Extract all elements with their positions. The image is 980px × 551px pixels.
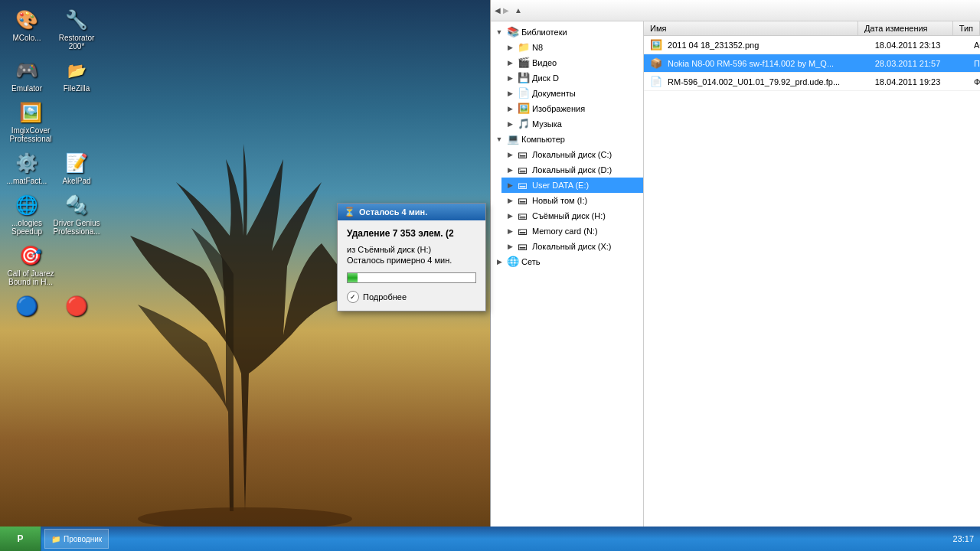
video-icon: 🎬 [518, 57, 530, 69]
file-list-header: Имя Дата изменения Тип [644, 21, 980, 36]
desktop-icon-matfact[interactable]: ⚙️ ...matFact... [4, 151, 50, 185]
taskbar-explorer-btn[interactable]: 📁 Проводник [44, 529, 109, 549]
expand-diskx[interactable]: ▶ [505, 241, 515, 252]
expand-n8[interactable]: ▶ [505, 42, 515, 53]
tree-item-video[interactable]: ▶ 🎬 Видео [501, 55, 643, 70]
expand-userdata[interactable]: ▶ [505, 180, 515, 191]
diskx-icon: 🖴 [518, 240, 530, 253]
desktop-icon-driver-genius[interactable]: 🔩 Driver Genius Professiona... [54, 193, 100, 236]
file-type-2: Файл 'FP [968, 76, 980, 88]
file-row-selected[interactable]: 📦 Nokia N8-00 RM-596 sw-f114.002 by M_Q.… [644, 54, 980, 73]
toolbar-forward[interactable]: ▶ [503, 6, 509, 15]
expand-memcard[interactable]: ▶ [505, 226, 515, 236]
tree-item-userdata[interactable]: ▶ 🖴 User DATA (E:) [501, 178, 643, 193]
file-list-panel: Имя Дата изменения Тип 🖼️ 2011 04 18_231… [644, 21, 980, 551]
desktop-icon-imagix[interactable]: 🖼️ ImgixCover Professional [4, 100, 57, 143]
tree-item-computer[interactable]: ▼ 💻 Компьютер [491, 132, 643, 147]
expand-network[interactable]: ▶ [494, 256, 505, 267]
col-header-date[interactable]: Дата изменения [858, 21, 953, 35]
music-icon: 🎵 [518, 118, 530, 130]
taskbar-explorer-icon: 📁 [51, 535, 60, 543]
desktop-icon-callof[interactable]: 🎯 Call of Juarez Bound in H... [4, 243, 57, 286]
desktop-icon-restorator[interactable]: 🔧 Restorator 200* [54, 8, 100, 51]
tree-item-newvol[interactable]: ▶ 🖴 Новый том (I:) [501, 193, 643, 208]
expand-removable[interactable]: ▶ [505, 210, 515, 221]
memcard-icon: 🖴 [518, 225, 530, 237]
desktop-icon-area: 🎨 MColo... 🔧 Restorator 200* 🎮 Emulator … [4, 8, 100, 320]
file-row-2[interactable]: 📄 RM-596_014.002_U01.01_79.92_prd.ude.fp… [644, 73, 980, 91]
expand-diskd2[interactable]: ▶ [505, 165, 515, 175]
expand-newvol[interactable]: ▶ [505, 195, 515, 206]
expand-images[interactable]: ▶ [505, 103, 515, 114]
diskd2-icon: 🖴 [518, 164, 530, 176]
emulator-icon: 🎮 [15, 58, 39, 83]
mcolor-icon: 🎨 [15, 8, 39, 32]
col-header-name[interactable]: Имя [644, 21, 858, 35]
network-icon: 🌐 [507, 256, 519, 268]
expand-biblioteki[interactable]: ▼ [494, 27, 505, 37]
expand-computer[interactable]: ▼ [494, 134, 505, 145]
file-icon-0: 🖼️ [650, 39, 662, 51]
file-name-1: 📦 Nokia N8-00 RM-596 sw-f114.002 by M_Q.… [644, 56, 869, 70]
tree-item-images[interactable]: ▶ 🖼️ Изображения [501, 101, 643, 116]
desktop-icon-ologies[interactable]: 🌐 ...ologies Speedup [4, 193, 50, 236]
tree-item-music[interactable]: ▶ 🎵 Музыка [501, 116, 643, 132]
tree-item-diskd[interactable]: ▶ 💾 Диск D [501, 70, 643, 86]
desktop-icon-misc2[interactable]: 🔴 [54, 294, 100, 320]
tree-item-removable[interactable]: ▶ 🖴 Съёмный диск (H:) [501, 208, 643, 223]
file-icon-1: 📦 [650, 57, 662, 69]
taskbar: P 📁 Проводник 23:17 [0, 527, 980, 551]
file-type-0: ACDSee C [968, 39, 980, 51]
toolbar-up[interactable]: ▲ [514, 6, 522, 15]
details-chevron-icon: ✓ [347, 291, 359, 303]
userdata-icon: 🖴 [518, 179, 530, 191]
desktop-icon-akelpad[interactable]: 📝 AkelPad [54, 151, 100, 185]
file-type-1: Приложе [968, 57, 980, 70]
desktop-icon-emulator[interactable]: 🎮 Emulator [4, 58, 50, 93]
computer-icon: 💻 [507, 133, 519, 145]
tree-item-docs[interactable]: ▶ 📄 Документы [501, 86, 643, 101]
progress-bar-fill [348, 273, 358, 282]
n8-icon: 📁 [518, 41, 530, 54]
expand-diskd[interactable]: ▶ [505, 73, 515, 83]
tree-item-biblioteki[interactable]: ▼ 📚 Библиотеки [491, 24, 643, 40]
dialog-content: Удаление 7 353 элем. (2 из Съёмный диск … [338, 220, 485, 311]
desktop-icon-filezilla[interactable]: 📂 FileZilla [54, 58, 100, 93]
dialog-details-button[interactable]: ✓ Подробнее [347, 291, 476, 303]
imagix-icon: 🖼️ [18, 100, 43, 125]
toolbar-back[interactable]: ◀ [495, 6, 501, 15]
matfact-icon: ⚙️ [15, 151, 39, 175]
tree-item-memcard[interactable]: ▶ 🖴 Memory card (N:) [501, 223, 643, 239]
docs-icon: 📄 [518, 87, 530, 99]
dialog-details-label: Подробнее [363, 292, 407, 302]
desktop-icon-mcolor[interactable]: 🎨 MColo... [4, 8, 50, 51]
tree-item-n8[interactable]: ▶ 📁 N8 [501, 40, 643, 55]
col-header-type[interactable]: Тип [953, 21, 980, 35]
biblioteki-icon: 📚 [507, 26, 519, 38]
explorer-panel: ◀ ▶ ▲ ▼ 📚 Библиотеки ▶ 📁 N8 [490, 0, 980, 551]
tree-item-diskd2[interactable]: ▶ 🖴 Локальный диск (D:) [501, 162, 643, 178]
tree-item-diskx[interactable]: ▶ 🖴 Локальный диск (X:) [501, 239, 643, 254]
file-date-1: 28.03.2011 21:57 [869, 57, 968, 70]
restorator-icon: 🔧 [64, 8, 89, 32]
tree-item-diskc[interactable]: ▶ 🖴 Локальный диск (C:) [501, 147, 643, 162]
file-row[interactable]: 🖼️ 2011 04 18_231352.png 18.04.2011 23:1… [644, 36, 980, 54]
misc2-icon: 🔴 [64, 294, 89, 318]
misc1-icon: 🔵 [15, 294, 39, 318]
dialog-title-icon: ⏳ [344, 207, 355, 217]
expand-music[interactable]: ▶ [505, 119, 515, 129]
dialog-title-text: Осталось 4 мин. [359, 207, 427, 217]
expand-docs[interactable]: ▶ [505, 88, 515, 99]
file-date-0: 18.04.2011 23:13 [869, 39, 968, 51]
delete-dialog: ⏳ Осталось 4 мин. Удаление 7 353 элем. (… [337, 203, 486, 311]
expand-video[interactable]: ▶ [505, 57, 515, 68]
file-name-0: 🖼️ 2011 04 18_231352.png [644, 37, 869, 52]
explorer-body: ▼ 📚 Библиотеки ▶ 📁 N8 ▶ 🎬 Видео [491, 21, 980, 551]
folder-tree: ▼ 📚 Библиотеки ▶ 📁 N8 ▶ 🎬 Видео [491, 21, 644, 551]
desktop-icon-misc1[interactable]: 🔵 [4, 294, 50, 320]
expand-diskc[interactable]: ▶ [505, 149, 515, 160]
tree-item-network[interactable]: ▶ 🌐 Сеть [491, 254, 643, 269]
diskc-icon: 🖴 [518, 148, 530, 161]
start-button[interactable]: P [0, 527, 41, 551]
images-icon: 🖼️ [518, 103, 530, 115]
